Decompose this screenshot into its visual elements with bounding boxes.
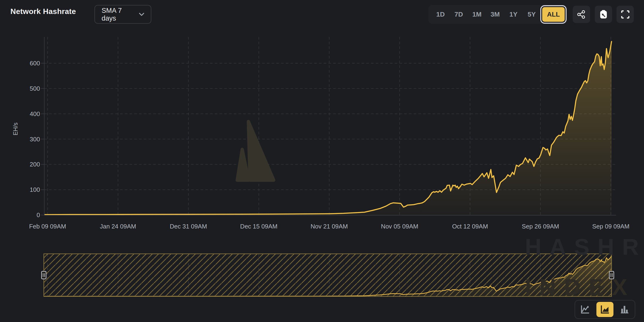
navigator-left-handle[interactable] xyxy=(42,271,46,279)
hashrate-series xyxy=(45,42,612,215)
x-tick-label: Dec 15 09AM xyxy=(230,223,287,230)
bar-chart-icon xyxy=(620,304,630,315)
x-tick-label: Sep 09 09AM xyxy=(582,223,639,230)
navigator-right-handle[interactable] xyxy=(610,271,614,279)
y-tick-label: 100 xyxy=(12,186,40,194)
x-tick-label: Dec 31 09AM xyxy=(160,223,217,230)
chart-type-area-button[interactable] xyxy=(596,302,614,317)
hashrate-chart[interactable] xyxy=(0,0,644,322)
y-tick-label: 500 xyxy=(12,85,40,92)
x-tick-label: Oct 12 09AM xyxy=(442,223,498,230)
line-chart-icon xyxy=(580,304,590,315)
y-axis-title: EH/s xyxy=(12,114,19,144)
x-tick-label: Nov 21 09AM xyxy=(301,223,358,230)
chart-type-line-button[interactable] xyxy=(576,302,594,317)
y-tick-label: 600 xyxy=(12,60,40,67)
x-tick-label: Nov 05 09AM xyxy=(371,223,428,230)
x-tick-label: Jan 24 09AM xyxy=(90,223,146,230)
range-navigator[interactable] xyxy=(42,254,614,296)
chart-type-toggle xyxy=(575,300,635,319)
x-tick-label: Sep 26 09AM xyxy=(512,223,569,230)
y-tick-label: 0 xyxy=(12,212,40,219)
area-chart-icon xyxy=(600,304,610,315)
x-tick-label: Feb 09 09AM xyxy=(19,223,76,230)
chart-type-column-button[interactable] xyxy=(616,302,633,317)
y-tick-label: 200 xyxy=(12,161,40,168)
